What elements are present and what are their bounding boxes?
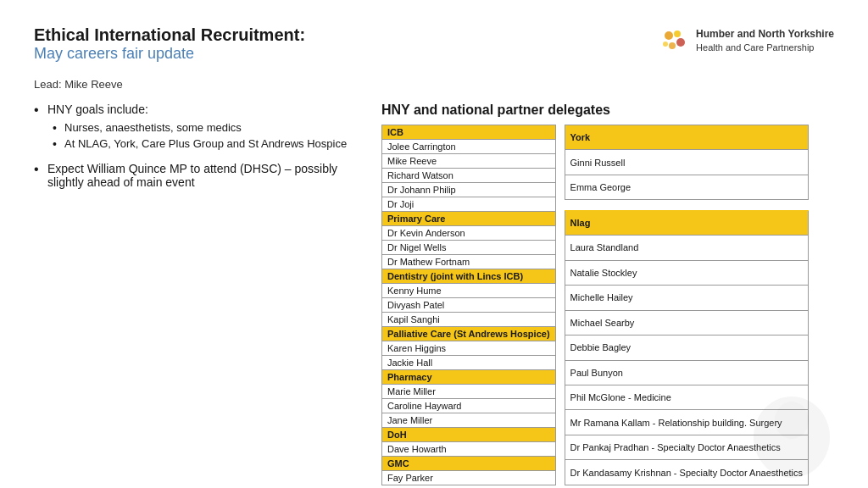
table-row: ICB	[382, 125, 556, 140]
table-cell: Dr Kandasamy Krishnan - Specialty Doctor…	[565, 460, 809, 485]
right-delegate-table: YorkGinni RussellEmma GeorgeNlagLaura St…	[565, 125, 810, 485]
list-item: HNY goals include: Nurses, anaesthetists…	[34, 103, 356, 150]
table-row: Dentistry (joint with Lincs ICB)	[382, 269, 556, 284]
table-cell: Primary Care	[382, 212, 556, 226]
left-panel: HNY goals include: Nurses, anaesthetists…	[34, 103, 356, 485]
table-cell: Mr Ramana Kallam - Relationship building…	[565, 410, 809, 435]
table-cell: Marie Miller	[382, 385, 556, 399]
table-row: Fay Parker	[382, 471, 556, 485]
lead-text: Lead: Mike Reeve	[34, 78, 834, 91]
table-cell: Fay Parker	[382, 471, 556, 485]
table-row: Karen Higgins	[382, 341, 556, 356]
table-cell: Natalie Stockley	[565, 260, 809, 285]
table-row: Pharmacy	[382, 370, 556, 385]
table-cell: Caroline Hayward	[382, 399, 556, 413]
content-layout: HNY goals include: Nurses, anaesthetists…	[34, 103, 834, 485]
table-cell: Dr Pankaj Pradhan - Specialty Doctor Ana…	[565, 435, 809, 459]
table-row: Michael Searby	[565, 310, 809, 335]
svg-point-3	[669, 42, 676, 49]
sub-title: May careers fair update	[34, 45, 305, 63]
table-cell: Dr Joji	[382, 197, 556, 212]
table-row: Kapil Sanghi	[382, 313, 556, 327]
table-row: Richard Watson	[382, 169, 556, 183]
table-row: Dr Kevin Anderson	[382, 226, 556, 241]
table-row: DoH	[382, 428, 556, 442]
table-row: Palliative Care (St Andrews Hospice)	[382, 327, 556, 341]
table-cell: Emma George	[565, 175, 809, 199]
logo-icon	[659, 25, 689, 56]
table-cell: Michael Searby	[565, 310, 809, 335]
table-row: Michelle Hailey	[565, 286, 809, 310]
svg-point-0	[665, 31, 673, 40]
table-cell: Dentistry (joint with Lincs ICB)	[382, 269, 556, 284]
table-row: Jolee Carrington	[382, 140, 556, 154]
table-cell: Jackie Hall	[382, 356, 556, 370]
table-row: Natalie Stockley	[565, 260, 809, 285]
table-row: Ginni Russell	[565, 150, 809, 175]
table-row: Primary Care	[382, 212, 556, 226]
table-row: Dr Kandasamy Krishnan - Specialty Doctor…	[565, 460, 809, 485]
table-cell: Ginni Russell	[565, 150, 809, 175]
table-row: Nlag	[565, 210, 809, 235]
table-row: Dave Howarth	[382, 442, 556, 457]
table-cell: GMC	[382, 457, 556, 471]
table-row: York	[565, 125, 809, 150]
table-row: Jane Miller	[382, 413, 556, 428]
table-cell: York	[565, 125, 809, 150]
table-cell: Phil McGlone - Medicine	[565, 385, 809, 409]
table-cell: Dr Mathew Fortnam	[382, 255, 556, 269]
table-row: Dr Mathew Fortnam	[382, 255, 556, 269]
svg-point-2	[676, 38, 685, 47]
list-item: At NLAG, York, Care Plus Group and St An…	[47, 137, 356, 150]
table-row: Dr Johann Philip	[382, 183, 556, 197]
table-cell: Kapil Sanghi	[382, 313, 556, 327]
logo-area: Humber and North Yorkshire Health and Ca…	[659, 25, 834, 56]
table-row: Emma George	[565, 175, 809, 199]
right-panel: HNY and national partner delegates ICBJo…	[381, 103, 834, 485]
table-row	[565, 200, 809, 210]
svg-point-4	[663, 42, 668, 47]
table-cell: Jane Miller	[382, 413, 556, 428]
table-cell: Laura Standland	[565, 236, 809, 260]
svg-point-1	[674, 30, 681, 37]
table-cell: Jolee Carrington	[382, 140, 556, 154]
header: Ethical International Recruitment: May c…	[34, 25, 834, 63]
left-delegate-table: ICBJolee CarringtonMike ReeveRichard Wat…	[381, 125, 556, 485]
table-row: Kenny Hume	[382, 284, 556, 298]
table-row: GMC	[382, 457, 556, 471]
table-cell: Michelle Hailey	[565, 286, 809, 310]
tables-row: ICBJolee CarringtonMike ReeveRichard Wat…	[381, 125, 834, 485]
table-cell: Nlag	[565, 210, 809, 235]
table-cell: DoH	[382, 428, 556, 442]
main-title: Ethical International Recruitment:	[34, 25, 305, 45]
table-row: Debbie Bagley	[565, 336, 809, 360]
title-block: Ethical International Recruitment: May c…	[34, 25, 305, 63]
table-row: Marie Miller	[382, 385, 556, 399]
sub-bullet-list: Nurses, anaesthetists, some medics At NL…	[47, 121, 356, 150]
logo-text: Humber and North Yorkshire Health and Ca…	[696, 27, 834, 54]
slide: Ethical International Recruitment: May c…	[0, 0, 868, 488]
table-row: Divyash Patel	[382, 298, 556, 313]
table-row: Dr Nigel Wells	[382, 241, 556, 255]
table-cell: Pharmacy	[382, 370, 556, 385]
table-cell: Mike Reeve	[382, 154, 556, 169]
table-cell: Karen Higgins	[382, 341, 556, 356]
list-item: Nurses, anaesthetists, some medics	[47, 121, 356, 134]
table-cell: Dr Nigel Wells	[382, 241, 556, 255]
table-row: Caroline Hayward	[382, 399, 556, 413]
table-row: Laura Standland	[565, 236, 809, 260]
table-row: Dr Joji	[382, 197, 556, 212]
table-cell: Kenny Hume	[382, 284, 556, 298]
right-panel-title: HNY and national partner delegates	[381, 103, 834, 118]
table-cell: Dave Howarth	[382, 442, 556, 457]
table-row: Dr Pankaj Pradhan - Specialty Doctor Ana…	[565, 435, 809, 459]
table-cell: Paul Bunyon	[565, 360, 809, 385]
table-row: Mike Reeve	[382, 154, 556, 169]
table-cell: Dr Kevin Anderson	[382, 226, 556, 241]
table-row: Paul Bunyon	[565, 360, 809, 385]
table-cell: Debbie Bagley	[565, 336, 809, 360]
table-cell: Palliative Care (St Andrews Hospice)	[382, 327, 556, 341]
table-row: Jackie Hall	[382, 356, 556, 370]
table-cell: ICB	[382, 125, 556, 140]
table-row: Phil McGlone - Medicine	[565, 385, 809, 409]
